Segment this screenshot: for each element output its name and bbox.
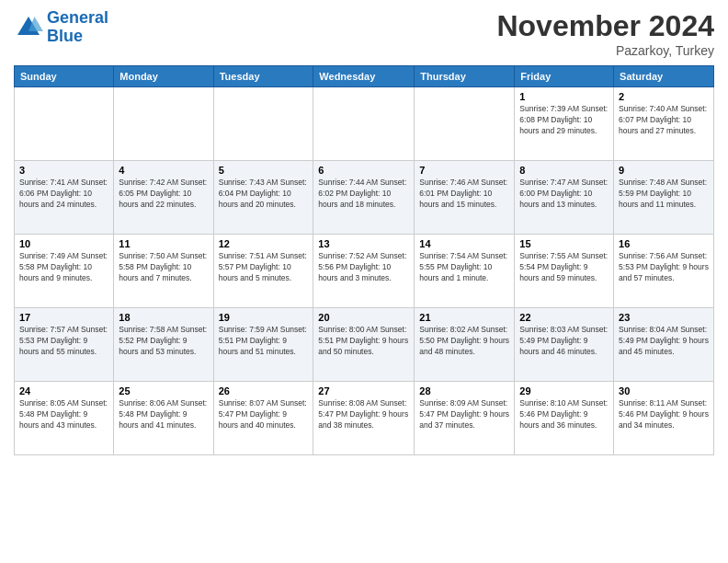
day-cell: 25Sunrise: 8:06 AM Sunset: 5:48 PM Dayli… bbox=[114, 382, 213, 455]
day-number: 18 bbox=[119, 312, 208, 323]
day-number: 8 bbox=[519, 165, 609, 176]
day-cell bbox=[213, 87, 313, 161]
day-info: Sunrise: 8:07 AM Sunset: 5:47 PM Dayligh… bbox=[219, 398, 309, 431]
day-cell: 29Sunrise: 8:10 AM Sunset: 5:46 PM Dayli… bbox=[515, 382, 614, 455]
day-number: 27 bbox=[318, 385, 409, 396]
day-cell: 19Sunrise: 7:59 AM Sunset: 5:51 PM Dayli… bbox=[213, 308, 313, 382]
col-header-wednesday: Wednesday bbox=[313, 66, 415, 87]
day-cell bbox=[415, 87, 515, 161]
day-info: Sunrise: 7:42 AM Sunset: 6:05 PM Dayligh… bbox=[119, 178, 208, 211]
logo-blue: Blue bbox=[47, 27, 83, 45]
day-number: 17 bbox=[19, 312, 108, 323]
day-cell: 21Sunrise: 8:02 AM Sunset: 5:50 PM Dayli… bbox=[415, 308, 515, 382]
day-cell: 28Sunrise: 8:09 AM Sunset: 5:47 PM Dayli… bbox=[415, 382, 515, 455]
day-cell: 20Sunrise: 8:00 AM Sunset: 5:51 PM Dayli… bbox=[313, 308, 415, 382]
day-info: Sunrise: 7:40 AM Sunset: 6:07 PM Dayligh… bbox=[619, 104, 709, 137]
day-info: Sunrise: 8:04 AM Sunset: 5:49 PM Dayligh… bbox=[619, 325, 709, 358]
day-number: 29 bbox=[519, 385, 609, 396]
day-info: Sunrise: 7:56 AM Sunset: 5:53 PM Dayligh… bbox=[619, 251, 709, 284]
day-info: Sunrise: 7:41 AM Sunset: 6:06 PM Dayligh… bbox=[19, 178, 108, 211]
day-info: Sunrise: 8:00 AM Sunset: 5:51 PM Dayligh… bbox=[318, 325, 409, 358]
title-block: November 2024 Pazarkoy, Turkey bbox=[496, 9, 714, 58]
day-cell bbox=[313, 87, 415, 161]
day-cell: 15Sunrise: 7:55 AM Sunset: 5:54 PM Dayli… bbox=[515, 235, 614, 308]
day-info: Sunrise: 8:06 AM Sunset: 5:48 PM Dayligh… bbox=[119, 398, 208, 431]
week-row-1: 1Sunrise: 7:39 AM Sunset: 6:08 PM Daylig… bbox=[15, 87, 714, 161]
day-number: 11 bbox=[119, 238, 208, 249]
day-cell: 4Sunrise: 7:42 AM Sunset: 6:05 PM Daylig… bbox=[114, 161, 213, 235]
col-header-tuesday: Tuesday bbox=[213, 66, 313, 87]
logo-text: General Blue bbox=[47, 9, 108, 46]
day-cell: 12Sunrise: 7:51 AM Sunset: 5:57 PM Dayli… bbox=[213, 235, 313, 308]
day-number: 21 bbox=[419, 312, 509, 323]
day-info: Sunrise: 7:49 AM Sunset: 5:58 PM Dayligh… bbox=[19, 251, 108, 284]
day-cell: 3Sunrise: 7:41 AM Sunset: 6:06 PM Daylig… bbox=[15, 161, 114, 235]
day-cell: 24Sunrise: 8:05 AM Sunset: 5:48 PM Dayli… bbox=[15, 382, 114, 455]
day-number: 12 bbox=[219, 238, 309, 249]
day-info: Sunrise: 8:08 AM Sunset: 5:47 PM Dayligh… bbox=[318, 398, 409, 431]
day-info: Sunrise: 8:05 AM Sunset: 5:48 PM Dayligh… bbox=[19, 398, 108, 431]
location-subtitle: Pazarkoy, Turkey bbox=[496, 43, 714, 58]
col-header-friday: Friday bbox=[515, 66, 614, 87]
day-number: 24 bbox=[19, 385, 108, 396]
page: General Blue November 2024 Pazarkoy, Tur… bbox=[0, 0, 728, 465]
day-info: Sunrise: 7:46 AM Sunset: 6:01 PM Dayligh… bbox=[419, 178, 509, 211]
day-info: Sunrise: 7:54 AM Sunset: 5:55 PM Dayligh… bbox=[419, 251, 509, 284]
day-cell: 1Sunrise: 7:39 AM Sunset: 6:08 PM Daylig… bbox=[515, 87, 614, 161]
logo-general: General bbox=[47, 8, 108, 27]
col-header-sunday: Sunday bbox=[15, 66, 114, 87]
day-info: Sunrise: 8:09 AM Sunset: 5:47 PM Dayligh… bbox=[419, 398, 509, 431]
day-number: 15 bbox=[519, 238, 609, 249]
day-cell bbox=[114, 87, 213, 161]
month-title: November 2024 bbox=[496, 9, 714, 43]
day-cell: 2Sunrise: 7:40 AM Sunset: 6:07 PM Daylig… bbox=[614, 87, 714, 161]
day-cell: 7Sunrise: 7:46 AM Sunset: 6:01 PM Daylig… bbox=[415, 161, 515, 235]
header-row: SundayMondayTuesdayWednesdayThursdayFrid… bbox=[15, 66, 714, 87]
day-number: 7 bbox=[419, 165, 509, 176]
week-row-4: 17Sunrise: 7:57 AM Sunset: 5:53 PM Dayli… bbox=[15, 308, 714, 382]
header: General Blue November 2024 Pazarkoy, Tur… bbox=[14, 9, 714, 58]
day-cell: 14Sunrise: 7:54 AM Sunset: 5:55 PM Dayli… bbox=[415, 235, 515, 308]
day-cell: 13Sunrise: 7:52 AM Sunset: 5:56 PM Dayli… bbox=[313, 235, 415, 308]
day-info: Sunrise: 7:50 AM Sunset: 5:58 PM Dayligh… bbox=[119, 251, 208, 284]
week-row-3: 10Sunrise: 7:49 AM Sunset: 5:58 PM Dayli… bbox=[15, 235, 714, 308]
day-cell: 27Sunrise: 8:08 AM Sunset: 5:47 PM Dayli… bbox=[313, 382, 415, 455]
day-cell: 18Sunrise: 7:58 AM Sunset: 5:52 PM Dayli… bbox=[114, 308, 213, 382]
week-row-2: 3Sunrise: 7:41 AM Sunset: 6:06 PM Daylig… bbox=[15, 161, 714, 235]
day-cell: 30Sunrise: 8:11 AM Sunset: 5:46 PM Dayli… bbox=[614, 382, 714, 455]
day-info: Sunrise: 7:55 AM Sunset: 5:54 PM Dayligh… bbox=[519, 251, 609, 284]
day-info: Sunrise: 7:59 AM Sunset: 5:51 PM Dayligh… bbox=[219, 325, 309, 358]
day-info: Sunrise: 8:11 AM Sunset: 5:46 PM Dayligh… bbox=[619, 398, 709, 431]
day-number: 9 bbox=[619, 165, 709, 176]
day-number: 13 bbox=[318, 238, 409, 249]
logo-icon bbox=[14, 13, 43, 42]
day-info: Sunrise: 7:43 AM Sunset: 6:04 PM Dayligh… bbox=[219, 178, 309, 211]
day-cell: 10Sunrise: 7:49 AM Sunset: 5:58 PM Dayli… bbox=[15, 235, 114, 308]
day-cell: 5Sunrise: 7:43 AM Sunset: 6:04 PM Daylig… bbox=[213, 161, 313, 235]
day-info: Sunrise: 7:44 AM Sunset: 6:02 PM Dayligh… bbox=[318, 178, 409, 211]
day-number: 14 bbox=[419, 238, 509, 249]
day-cell: 22Sunrise: 8:03 AM Sunset: 5:49 PM Dayli… bbox=[515, 308, 614, 382]
col-header-saturday: Saturday bbox=[614, 66, 714, 87]
day-info: Sunrise: 8:03 AM Sunset: 5:49 PM Dayligh… bbox=[519, 325, 609, 358]
day-number: 22 bbox=[519, 312, 609, 323]
day-number: 19 bbox=[219, 312, 309, 323]
day-number: 2 bbox=[619, 91, 709, 102]
day-info: Sunrise: 7:52 AM Sunset: 5:56 PM Dayligh… bbox=[318, 251, 409, 284]
day-cell: 11Sunrise: 7:50 AM Sunset: 5:58 PM Dayli… bbox=[114, 235, 213, 308]
day-number: 10 bbox=[19, 238, 108, 249]
day-number: 5 bbox=[219, 165, 309, 176]
day-cell: 9Sunrise: 7:48 AM Sunset: 5:59 PM Daylig… bbox=[614, 161, 714, 235]
day-number: 23 bbox=[619, 312, 709, 323]
day-cell: 17Sunrise: 7:57 AM Sunset: 5:53 PM Dayli… bbox=[15, 308, 114, 382]
day-number: 26 bbox=[219, 385, 309, 396]
day-info: Sunrise: 8:10 AM Sunset: 5:46 PM Dayligh… bbox=[519, 398, 609, 431]
day-info: Sunrise: 7:57 AM Sunset: 5:53 PM Dayligh… bbox=[19, 325, 108, 358]
day-number: 1 bbox=[519, 91, 609, 102]
day-cell bbox=[15, 87, 114, 161]
day-cell: 23Sunrise: 8:04 AM Sunset: 5:49 PM Dayli… bbox=[614, 308, 714, 382]
calendar-table: SundayMondayTuesdayWednesdayThursdayFrid… bbox=[14, 65, 714, 455]
day-cell: 6Sunrise: 7:44 AM Sunset: 6:02 PM Daylig… bbox=[313, 161, 415, 235]
col-header-monday: Monday bbox=[114, 66, 213, 87]
day-cell: 26Sunrise: 8:07 AM Sunset: 5:47 PM Dayli… bbox=[213, 382, 313, 455]
